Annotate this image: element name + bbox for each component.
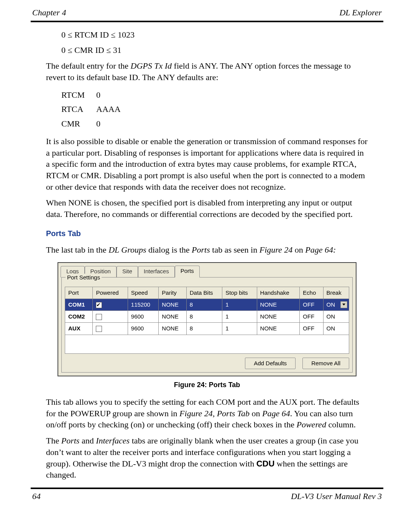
footer-rule: [31, 488, 383, 489]
paragraph-ports-tab-intro: The last tab in the DL Groups dialog is …: [46, 244, 368, 256]
cmr-id-range: 0 ≤ CMR ID ≤ 31: [46, 44, 368, 56]
col-databits[interactable]: Data Bits: [186, 287, 222, 299]
cell-handshake[interactable]: NONE: [257, 323, 299, 335]
ports-header-row: Port Powered Speed Parity Data Bits Stop…: [65, 287, 349, 299]
cell-stopbits[interactable]: 1: [222, 299, 257, 310]
cell-port[interactable]: COM1: [65, 299, 93, 310]
cell-break[interactable]: ON: [323, 323, 349, 335]
cell-port[interactable]: COM2: [65, 311, 93, 323]
powered-checkbox[interactable]: [96, 326, 102, 332]
cell-speed[interactable]: 9600: [128, 311, 158, 323]
table-row[interactable]: COM2 9600 NONE 8 1 NONE OFF ON: [65, 311, 349, 323]
remove-all-button[interactable]: Remove All: [302, 358, 349, 369]
footer-manual: DL-V3 User Manual Rev 3: [291, 491, 382, 501]
cell-parity[interactable]: NONE: [159, 311, 186, 323]
col-powered[interactable]: Powered: [93, 287, 128, 299]
paragraph-none-chosen: When NONE is chosen, the specified port …: [46, 197, 368, 220]
powered-checkbox[interactable]: [96, 314, 102, 320]
cell-echo[interactable]: OFF: [300, 299, 323, 310]
cell-parity[interactable]: NONE: [159, 323, 186, 335]
cell-parity[interactable]: NONE: [159, 299, 186, 310]
page-number: 64: [32, 491, 41, 501]
cell-databits[interactable]: 8: [186, 311, 222, 323]
col-speed[interactable]: Speed: [128, 287, 158, 299]
cell-powered[interactable]: [93, 299, 128, 310]
tab-site[interactable]: Site: [117, 266, 138, 277]
cell-break[interactable]: ON: [323, 311, 349, 323]
cell-databits[interactable]: 8: [186, 323, 222, 335]
cell-break[interactable]: ON: [323, 299, 349, 310]
col-parity[interactable]: Parity: [159, 287, 186, 299]
paragraph-originally-blank: The Ports and Interfaces tabs are origin…: [46, 435, 368, 481]
tab-ports[interactable]: Ports: [175, 266, 200, 277]
table-empty-area: [65, 335, 349, 354]
add-defaults-button[interactable]: Add Defaults: [245, 358, 296, 369]
cell-port[interactable]: AUX: [65, 323, 93, 335]
header-rule: [31, 21, 383, 22]
port-settings-group: Port Settings Port Powered Speed Parity …: [61, 277, 353, 373]
group-legend: Port Settings: [66, 274, 102, 281]
cell-speed[interactable]: 9600: [128, 323, 158, 335]
rtcm-id-range: 0 ≤ RTCM ID ≤ 1023: [46, 29, 368, 41]
cell-handshake[interactable]: NONE: [257, 299, 299, 310]
any-defaults-table: RTCM0 RTCAAAAA CMR0: [61, 88, 132, 131]
tab-interfaces[interactable]: Interfaces: [138, 266, 175, 277]
paragraph-default-entry: The default entry for the DGPS Tx Id fie…: [46, 60, 368, 83]
table-row[interactable]: COM1 115200 NONE 8 1 NONE OFF ON: [65, 299, 349, 310]
cell-powered[interactable]: [93, 323, 128, 335]
header-product: DL Explorer: [339, 8, 382, 18]
header-chapter: Chapter 4: [32, 8, 66, 18]
cell-databits[interactable]: 8: [186, 299, 222, 310]
col-echo[interactable]: Echo: [300, 287, 323, 299]
col-port[interactable]: Port: [65, 287, 93, 299]
cell-echo[interactable]: OFF: [300, 323, 323, 335]
powered-checkbox[interactable]: [96, 302, 102, 308]
chevron-down-icon[interactable]: [340, 301, 347, 308]
section-heading-ports-tab: Ports Tab: [46, 228, 368, 239]
cell-stopbits[interactable]: 1: [222, 311, 257, 323]
cell-speed[interactable]: 115200: [128, 299, 158, 310]
paragraph-disable-enable: It is also possible to disable or enable…: [46, 136, 368, 192]
ports-dialog: Logs Position Site Interfaces Ports Port…: [58, 262, 356, 376]
figure-caption: Figure 24: Ports Tab: [46, 380, 368, 389]
dialog-tabs: Logs Position Site Interfaces Ports: [58, 263, 356, 277]
col-break[interactable]: Break: [323, 287, 349, 299]
col-stopbits[interactable]: Stop bits: [222, 287, 257, 299]
ports-table[interactable]: Port Powered Speed Parity Data Bits Stop…: [65, 287, 349, 335]
cell-handshake[interactable]: NONE: [257, 311, 299, 323]
cell-echo[interactable]: OFF: [300, 311, 323, 323]
table-row[interactable]: AUX 9600 NONE 8 1 NONE OFF ON: [65, 323, 349, 335]
cell-powered[interactable]: [93, 311, 128, 323]
col-handshake[interactable]: Handshake: [257, 287, 299, 299]
cell-stopbits[interactable]: 1: [222, 323, 257, 335]
paragraph-tab-allows: This tab allows you to specify the setti…: [46, 396, 368, 430]
